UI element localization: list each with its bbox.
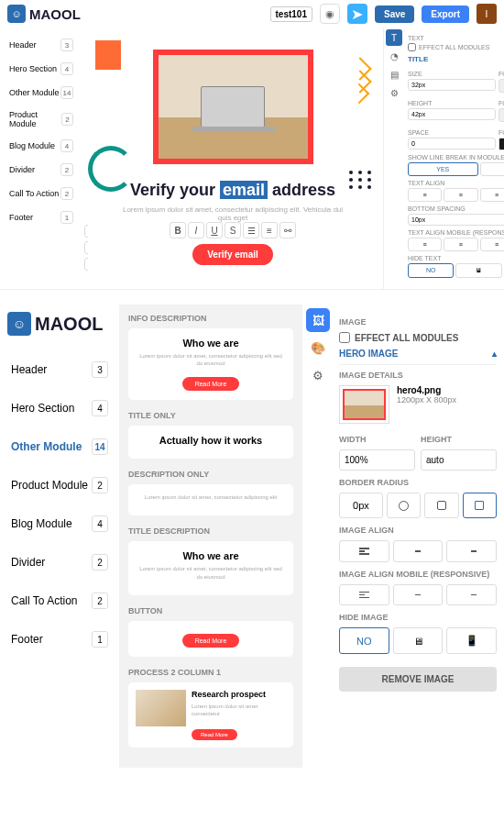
logo: ☺MAOOL xyxy=(7,5,81,23)
link-icon[interactable]: ⚯ xyxy=(279,222,296,238)
export-button[interactable]: Export xyxy=(422,6,469,23)
weight-select[interactable]: 700 Bold xyxy=(499,108,504,122)
b-item-header[interactable]: Header3 xyxy=(7,350,112,389)
ol-icon[interactable]: ≡ xyxy=(261,222,278,238)
b-item-divider[interactable]: Divider2 xyxy=(7,543,112,582)
color-swatch[interactable] xyxy=(499,138,504,150)
avatar[interactable]: I xyxy=(477,4,497,24)
size-input[interactable] xyxy=(408,79,496,91)
sidebar-item-blog[interactable]: Blog Module4 xyxy=(5,134,77,158)
ialign-right[interactable] xyxy=(446,540,497,562)
sidebar-item-hero[interactable]: Hero Section4 xyxy=(5,57,77,81)
b-canvas: INFO DESCRIPTION Who we areLorem ipsum d… xyxy=(119,305,302,768)
b-item-hero[interactable]: Hero Section4 xyxy=(7,389,112,427)
hide-desktop[interactable]: 🖥 xyxy=(455,263,501,278)
image-tab-icon[interactable]: 🖼 xyxy=(306,308,330,332)
hero-image[interactable] xyxy=(153,50,313,164)
verify-button[interactable]: Verify email xyxy=(192,244,273,265)
underline-icon[interactable]: U xyxy=(206,222,223,238)
mialign-center[interactable] xyxy=(393,584,444,606)
break-yes[interactable]: YES xyxy=(408,162,478,176)
layout-tab-icon[interactable]: ▤ xyxy=(386,66,402,83)
br-square[interactable] xyxy=(463,493,497,518)
mod-button[interactable]: Read More xyxy=(128,621,293,657)
decoration-chevrons xyxy=(352,61,378,106)
malign-center[interactable]: ≡ xyxy=(444,238,477,251)
ialign-center[interactable] xyxy=(393,540,444,562)
collapse-icon: ▴ xyxy=(492,349,497,359)
height-input[interactable] xyxy=(421,449,497,471)
image-filename: hero4.png xyxy=(397,385,456,395)
user-badge: test101 xyxy=(270,6,312,22)
hero-title[interactable]: Verify your email address xyxy=(97,181,368,200)
hero-description[interactable]: Lorem ipsum dolor sit amet, consectetur … xyxy=(97,205,368,222)
br-circle[interactable] xyxy=(387,493,421,518)
bottom-spacing-input[interactable] xyxy=(408,214,504,226)
b-item-product[interactable]: Product Module2 xyxy=(7,466,112,504)
preview-icon[interactable]: ◉ xyxy=(320,4,340,24)
italic-icon[interactable]: I xyxy=(188,222,204,238)
font-select[interactable]: Poppins xyxy=(499,79,504,93)
decoration-circle xyxy=(88,146,134,192)
b-item-other[interactable]: Other Module14 xyxy=(7,427,112,466)
mod-title-only[interactable]: Actually how it works xyxy=(128,426,293,459)
text-tab-icon[interactable]: T xyxy=(386,29,402,46)
strike-icon[interactable]: S xyxy=(225,222,241,238)
mod-title-desc[interactable]: Who we areLorem ipsum dolor sit amet, co… xyxy=(128,541,293,595)
properties-panel: T ◔ ▤ ⚙ TEXT EFFECT ALL MODULES TITLE▴ S… xyxy=(383,28,504,289)
bold-icon[interactable]: B xyxy=(170,222,186,238)
b-item-footer[interactable]: Footer1 xyxy=(7,620,112,659)
sidebar-item-header[interactable]: Header3 xyxy=(5,33,77,57)
malign-left[interactable]: ≡ xyxy=(408,238,442,251)
width-input[interactable] xyxy=(339,449,415,471)
title-section[interactable]: TITLE▴ xyxy=(408,55,504,63)
space-input[interactable] xyxy=(408,138,496,150)
decoration-dots xyxy=(349,171,373,189)
align-right[interactable]: ≡ xyxy=(480,188,505,202)
align-left[interactable]: ≡ xyxy=(408,188,442,202)
b-item-cta[interactable]: Call To Action2 xyxy=(7,582,112,620)
button-tab-icon[interactable]: ◔ xyxy=(386,48,402,64)
mod-process[interactable]: Research prospectLorem ipsum dolor sit a… xyxy=(128,682,293,748)
br-rounded[interactable] xyxy=(424,493,458,518)
text-toolbar: B I U S ☰ ≡ ⚯ xyxy=(97,222,368,238)
sidebar-item-other[interactable]: Other Module14 xyxy=(5,81,77,105)
b-item-blog[interactable]: Blog Module4 xyxy=(7,504,112,543)
palette-tab-icon[interactable]: 🎨 xyxy=(306,336,330,360)
sidebar-item-footer[interactable]: Footer1 xyxy=(5,205,77,229)
remove-image-button[interactable]: REMOVE IMAGE xyxy=(339,667,497,692)
sidebar-item-cta[interactable]: Call To Action2 xyxy=(5,182,77,205)
b-properties-panel: 🖼 🎨 ⚙ IMAGE EFFECT ALL MODULES HERO IMAG… xyxy=(302,305,504,768)
sidebar-item-product[interactable]: Product Module2 xyxy=(5,105,77,134)
readmore-button-2[interactable]: Read More xyxy=(182,634,240,648)
ul-icon[interactable]: ☰ xyxy=(243,222,259,238)
mialign-right[interactable] xyxy=(446,584,497,606)
b-effect-checkbox[interactable]: EFFECT ALL MODULES xyxy=(339,332,497,343)
canvas[interactable]: 🗑 ⧉ ✥ Verify your email address Lorem ip… xyxy=(82,28,383,289)
image-thumbnail[interactable] xyxy=(339,385,389,424)
mod-desc-only[interactable]: Lorem ipsum dolor sit amet, consectetur … xyxy=(128,484,293,515)
readmore-button-3[interactable]: Read More xyxy=(192,729,237,740)
send-icon[interactable]: ➤ xyxy=(347,4,367,24)
malign-right[interactable]: ≡ xyxy=(480,238,505,251)
hide-no[interactable]: NO xyxy=(408,263,454,278)
hide-mobile-btn[interactable]: 📱 xyxy=(446,627,497,654)
align-center[interactable]: ≡ xyxy=(444,188,477,202)
save-button[interactable]: Save xyxy=(375,6,414,23)
hide-no-btn[interactable]: NO xyxy=(339,627,389,654)
height-input[interactable] xyxy=(408,108,496,120)
gear-tab-icon[interactable]: ⚙ xyxy=(306,363,330,387)
br-value[interactable]: 0px xyxy=(339,493,383,518)
ialign-left[interactable] xyxy=(339,540,389,562)
mialign-left[interactable] xyxy=(339,584,389,606)
effect-all-checkbox[interactable]: EFFECT ALL MODULES xyxy=(408,43,504,51)
mod-info-desc[interactable]: Who we areLorem ipsum dolor sit amet, co… xyxy=(128,328,293,400)
sidebar-item-divider[interactable]: Divider2 xyxy=(5,158,77,182)
hero-module[interactable]: Verify your email address Lorem ipsum do… xyxy=(88,33,378,283)
settings-tab-icon[interactable]: ⚙ xyxy=(386,84,402,101)
process-image xyxy=(136,690,186,726)
break-no[interactable]: NO xyxy=(480,162,505,176)
readmore-button[interactable]: Read More xyxy=(182,377,240,391)
hero-image-section[interactable]: HERO IMAGE▴ xyxy=(339,343,497,365)
hide-desktop-btn[interactable]: 🖥 xyxy=(393,627,444,654)
